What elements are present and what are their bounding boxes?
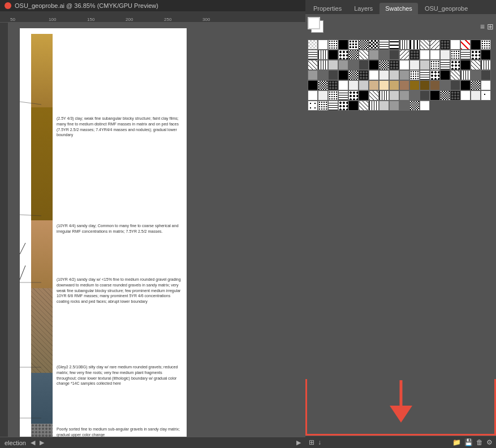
swatch-r5-dots[interactable] [409, 70, 420, 80]
swatch-r4-gray2[interactable] [420, 60, 430, 70]
swatch-r4-gray5[interactable] [328, 70, 338, 80]
swatch-lines-v[interactable] [399, 40, 409, 50]
swatch-dots-sm[interactable] [328, 40, 338, 50]
close-button[interactable] [5, 2, 11, 9]
swatch-r6-gray2[interactable] [359, 80, 369, 90]
swatch-r5-gray3[interactable] [399, 70, 409, 80]
swatch-r6-wheat[interactable] [379, 80, 389, 90]
swatch-r4-dots-lg[interactable] [450, 60, 460, 70]
swatch-r7-black[interactable] [430, 90, 440, 101]
swatch-r4-white[interactable] [399, 60, 409, 70]
swatch-r8-white2[interactable] [420, 101, 430, 111]
nav-scroll-right[interactable]: ▶ [296, 439, 301, 446]
swatch-r3-gray1[interactable] [440, 50, 450, 60]
swatch-r6-brown1[interactable] [409, 80, 420, 90]
swatch-lines-h[interactable] [379, 40, 389, 50]
swatch-r3-gray2[interactable] [328, 60, 338, 70]
swatch-r2-diag2[interactable] [399, 50, 409, 60]
swatch-r8-lines[interactable] [328, 101, 338, 111]
swatch-r3-gray4[interactable] [348, 60, 359, 70]
swatch-r8-gray2[interactable] [379, 101, 389, 111]
swatch-r2-gray4[interactable] [379, 50, 389, 60]
swatch-r6-gray4[interactable] [440, 80, 450, 90]
swatch-r7-lines-v[interactable] [379, 90, 389, 101]
swatch-r6-gray1[interactable] [348, 80, 359, 90]
swatch-r7-diag[interactable] [369, 90, 379, 101]
swatch-r7-gray3[interactable] [399, 90, 409, 101]
swatch-r7-gray5[interactable] [420, 90, 430, 101]
swatch-r2-gray5[interactable] [389, 50, 399, 60]
swatch-r2-cross[interactable] [409, 50, 420, 60]
swatch-lines-h2[interactable] [389, 40, 399, 50]
swatch-r3-cross[interactable] [389, 60, 399, 70]
tab-properties[interactable]: Properties [308, 3, 347, 14]
swatch-black[interactable] [471, 40, 481, 50]
tab-swatches[interactable]: Swatches [379, 3, 418, 14]
swatch-r2-gray3[interactable] [369, 50, 379, 60]
swatch-r7-lines[interactable] [338, 90, 348, 101]
swatch-r7-white[interactable] [308, 90, 318, 101]
swatch-r5-gray4[interactable] [471, 70, 481, 80]
swatch-r5-lines[interactable] [420, 70, 430, 80]
swatch-r4-gray3[interactable] [308, 70, 318, 80]
swatch-r5-dots-lg[interactable] [430, 70, 440, 80]
nav-arrow-right[interactable]: ▶ [40, 439, 44, 446]
swatch-r4-cross[interactable] [359, 70, 369, 80]
swatch-r4-black[interactable] [338, 70, 348, 80]
swatch-r7-gray2[interactable] [389, 90, 399, 101]
swatch-r7-checker[interactable] [440, 90, 450, 101]
swatch-r5-dense[interactable] [440, 70, 450, 80]
tool-save[interactable]: 💾 [464, 438, 473, 446]
swatch-r4-gray4[interactable] [318, 70, 328, 80]
swatch-r3-dots-lg[interactable] [471, 50, 481, 60]
swatch-r2-diag[interactable] [359, 50, 369, 60]
swatch-r5-black[interactable] [308, 80, 318, 90]
swatch-r8-white[interactable] [460, 90, 471, 101]
tab-layers[interactable]: Layers [348, 3, 378, 14]
swatch-r6-gray5[interactable] [450, 80, 460, 90]
swatch-r6-checker[interactable] [471, 80, 481, 90]
swatch-r3-lines[interactable] [460, 50, 471, 60]
tool-settings[interactable]: ⚙ [486, 438, 493, 446]
nav-arrow-left[interactable]: ◀ [31, 439, 35, 446]
swatch-r2-lines-h[interactable] [308, 50, 318, 60]
swatch-r8-gray1[interactable] [471, 90, 481, 101]
swatch-r6-white2[interactable] [481, 80, 491, 90]
swatch-r4-checker[interactable] [348, 70, 359, 80]
swatch-checker-sm[interactable] [359, 40, 369, 50]
swatch-dense-dots[interactable] [338, 40, 348, 50]
swatch-r4-dense[interactable] [460, 60, 471, 70]
swatch-r3-lines-v[interactable] [318, 60, 328, 70]
swatch-r7-dense[interactable] [359, 90, 369, 101]
tool-delete[interactable]: 🗑 [476, 438, 483, 446]
swatch-r6-brown4[interactable] [399, 80, 409, 90]
swatch-r6-black[interactable] [460, 80, 471, 90]
swatch-r2-checker[interactable] [348, 50, 359, 60]
swatch-r8-sparse[interactable] [481, 90, 491, 101]
swatch-transparent[interactable] [308, 40, 318, 50]
swatch-r6-brown5[interactable] [430, 80, 440, 90]
swatch-r4-lines-v[interactable] [481, 60, 491, 70]
swatch-dots-md[interactable] [348, 40, 359, 50]
panel-menu-icon[interactable]: ≡ [480, 22, 485, 31]
swatch-white2[interactable] [450, 40, 460, 50]
swatch-r2-white[interactable] [420, 50, 430, 60]
panel-grid-icon[interactable]: ⊞ [487, 22, 494, 31]
swatch-r7-dots[interactable] [328, 90, 338, 101]
swatch-r7-gray1[interactable] [318, 90, 328, 101]
swatch-r5-checker[interactable] [318, 80, 328, 90]
swatch-r5-diag[interactable] [450, 70, 460, 80]
tab-osu-geoprobe[interactable]: OSU_geoprobe [419, 3, 473, 14]
swatch-r2-lines-v[interactable] [318, 50, 328, 60]
swatch-r7-cross[interactable] [450, 90, 460, 101]
swatch-checker-md[interactable] [369, 40, 379, 50]
swatch-r8-dense[interactable] [348, 101, 359, 111]
swatch-r2-dots-lg[interactable] [338, 50, 348, 60]
swatch-r4-gray1[interactable] [409, 60, 420, 70]
swatch-r6-brown3[interactable] [389, 80, 399, 90]
swatch-red-diag[interactable] [460, 40, 471, 50]
swatch-r3-dots[interactable] [450, 50, 460, 60]
swatch-r4-lines[interactable] [440, 60, 450, 70]
swatch-r5-gray2[interactable] [389, 70, 399, 80]
swatch-r8-dots-lg[interactable] [338, 101, 348, 111]
